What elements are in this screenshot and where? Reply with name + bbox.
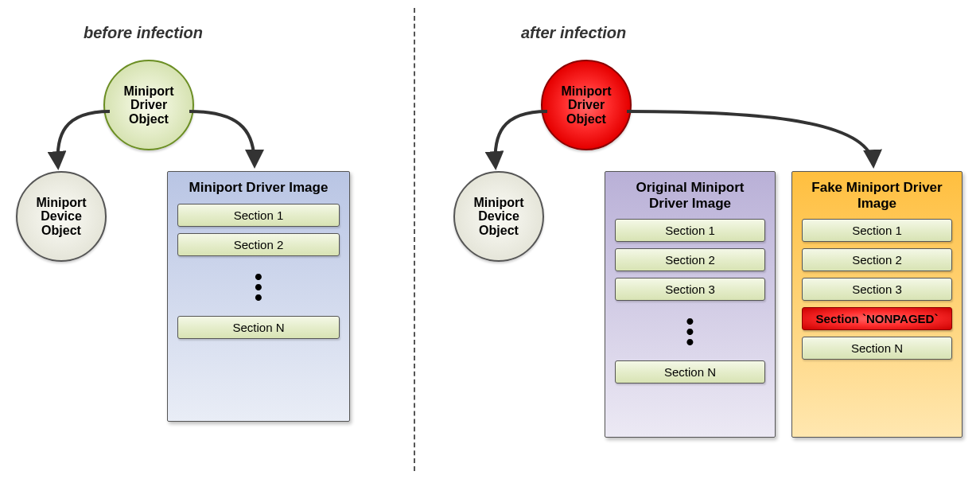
before-driver-object-label: Miniport Driver Object: [123, 84, 173, 127]
after-driver-object-label: Miniport Driver Object: [561, 84, 611, 127]
title-after: after infection: [521, 24, 626, 42]
arrow-after-driver-to-device: [496, 111, 547, 167]
after-fake-section-3: Section 3: [802, 278, 952, 301]
after-miniport-device-object: Miniport Device Object: [453, 171, 544, 262]
after-original-section-2: Section 2: [615, 248, 765, 271]
after-fake-section-n: Section N: [802, 337, 952, 360]
diagram-stage: before infection after infection Minipor…: [0, 0, 980, 479]
title-before: before infection: [84, 24, 203, 42]
before-device-object-label: Miniport Device Object: [36, 196, 86, 238]
after-fake-section-2: Section 2: [802, 248, 952, 271]
after-original-section-3: Section 3: [615, 278, 765, 301]
arrow-before-driver-to-image: [189, 111, 255, 166]
before-vertical-dots: •••: [177, 263, 340, 316]
before-panel-title: Miniport Driver Image: [177, 180, 340, 196]
after-fake-driver-image-panel: Fake Miniport Driver Image Section 1 Sec…: [791, 171, 962, 438]
vertical-divider: [414, 8, 415, 471]
before-section-n: Section N: [177, 316, 340, 339]
after-fake-panel-title: Fake Miniport Driver Image: [802, 180, 952, 211]
after-original-vertical-dots: •••: [615, 307, 765, 360]
before-miniport-driver-image-panel: Miniport Driver Image Section 1 Section …: [167, 171, 350, 422]
arrow-before-driver-to-device: [58, 111, 110, 167]
arrow-after-driver-to-fake-image: [627, 111, 873, 166]
after-fake-section-nonpaged: Section `NONPAGED`: [802, 307, 952, 330]
after-miniport-driver-object: Miniport Driver Object: [541, 60, 632, 150]
after-original-section-n: Section N: [615, 360, 765, 384]
after-fake-section-1: Section 1: [802, 219, 952, 242]
before-miniport-driver-object: Miniport Driver Object: [103, 60, 194, 150]
after-original-panel-title: Original Miniport Driver Image: [615, 180, 765, 211]
after-original-driver-image-panel: Original Miniport Driver Image Section 1…: [605, 171, 776, 438]
before-section-1: Section 1: [177, 204, 340, 227]
before-miniport-device-object: Miniport Device Object: [16, 171, 107, 262]
after-device-object-label: Miniport Device Object: [473, 196, 523, 238]
before-section-2: Section 2: [177, 233, 340, 256]
after-original-section-1: Section 1: [615, 219, 765, 242]
